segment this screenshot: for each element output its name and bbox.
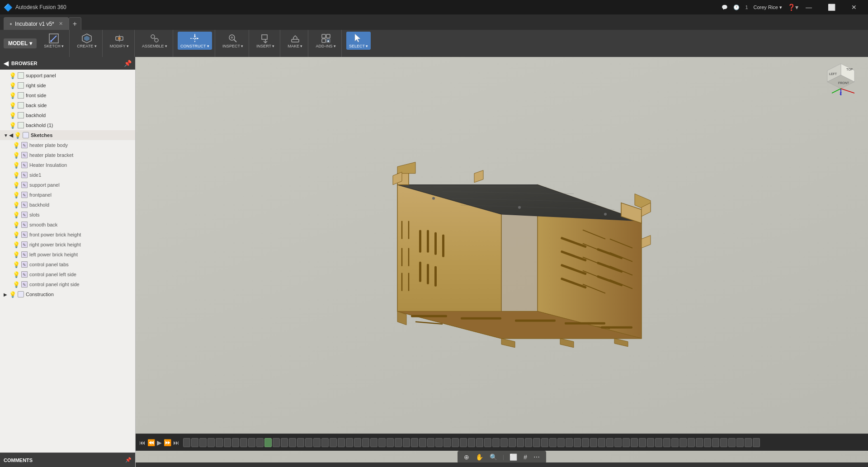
timeline-step[interactable] <box>623 438 630 447</box>
tree-item-right-side[interactable]: 💡 right side <box>0 80 135 90</box>
browser-pin-icon[interactable]: 📌 <box>124 60 132 67</box>
tree-item-side1[interactable]: 💡 ✎ side1 <box>0 170 135 180</box>
timeline-step[interactable] <box>468 438 475 447</box>
insert-button[interactable]: INSERT ▾ <box>254 32 277 50</box>
tree-item-right-power-brick-height[interactable]: 💡 ✎ right power brick height <box>0 240 135 250</box>
construct-button[interactable]: CONSTRUCT ▾ <box>178 32 212 50</box>
timeline-step[interactable] <box>427 438 434 447</box>
tree-item-front-side[interactable]: 💡 front side <box>0 90 135 100</box>
pan-icon[interactable]: ✋ <box>474 453 485 462</box>
timeline-step[interactable] <box>541 438 548 447</box>
timeline-step[interactable] <box>509 438 516 447</box>
timeline-step[interactable] <box>338 438 345 447</box>
timeline-step[interactable] <box>232 438 239 447</box>
tree-item-frontpanel[interactable]: 💡 ✎ frontpanel <box>0 190 135 200</box>
tab-incubator[interactable]: ● Incubator v1 v5* ✕ <box>4 17 69 30</box>
viewport-scrollbar[interactable] <box>136 462 868 467</box>
more-view-icon[interactable]: ⋯ <box>532 453 542 462</box>
timeline-prev-start[interactable]: ⏮ <box>139 439 146 446</box>
timeline-next-end[interactable]: ⏭ <box>173 439 179 446</box>
timeline-step[interactable] <box>297 438 304 447</box>
tree-item-control-panel-left-side[interactable]: 💡 ✎ control panel left side <box>0 269 135 279</box>
display-mode-icon[interactable]: ⬜ <box>508 453 519 462</box>
timeline-step[interactable] <box>411 438 418 447</box>
tree-item-back-side[interactable]: 💡 back side <box>0 100 135 110</box>
help-icon[interactable]: ❓▾ <box>788 4 798 11</box>
timeline-step[interactable] <box>712 438 719 447</box>
modify-button[interactable]: MODIFY ▾ <box>107 32 132 50</box>
navcube[interactable]: TOP LEFT FRONT Z <box>823 61 859 98</box>
timeline-step[interactable] <box>574 438 581 447</box>
timeline-step[interactable] <box>688 438 695 447</box>
timeline-step[interactable] <box>484 438 491 447</box>
timeline-step[interactable] <box>281 438 288 447</box>
timeline-step[interactable] <box>289 438 296 447</box>
timeline-step[interactable] <box>435 438 443 447</box>
timeline-step[interactable] <box>443 438 451 447</box>
model-dropdown[interactable]: MODEL ▾ <box>4 38 37 48</box>
select-button[interactable]: SELECT ▾ <box>346 32 371 50</box>
timeline-step[interactable] <box>704 438 711 447</box>
tree-item-front-power-brick-height[interactable]: 💡 ✎ front power brick height <box>0 230 135 240</box>
addins-button[interactable]: ADD-INS ▾ <box>313 32 339 50</box>
timeline-step[interactable] <box>346 438 353 447</box>
timeline-step[interactable] <box>639 438 646 447</box>
timeline-step[interactable] <box>256 438 264 447</box>
tree-item-control-panel-tabs[interactable]: 💡 ✎ control panel tabs <box>0 259 135 269</box>
timeline-step[interactable] <box>248 438 255 447</box>
timeline-step[interactable] <box>419 438 426 447</box>
timeline-step[interactable] <box>492 438 500 447</box>
orbit-icon[interactable]: ⊕ <box>462 453 471 462</box>
notifications-icon[interactable]: 💬 <box>722 5 728 10</box>
tree-item-left-power-brick-height[interactable]: 💡 ✎ left power brick height <box>0 250 135 259</box>
timeline-step[interactable] <box>378 438 386 447</box>
timeline-step[interactable] <box>557 438 565 447</box>
grid-icon[interactable]: # <box>522 453 529 462</box>
timeline-next[interactable]: ⏩ <box>164 439 171 446</box>
timeline-step[interactable] <box>598 438 605 447</box>
tab-new[interactable]: + <box>69 17 81 30</box>
timeline-step[interactable] <box>273 438 280 447</box>
assemble-button[interactable]: ASSEMBLE ▾ <box>139 32 170 50</box>
timeline-step[interactable] <box>191 438 198 447</box>
timeline-step[interactable] <box>614 438 622 447</box>
timeline-step[interactable] <box>354 438 361 447</box>
timeline-step[interactable] <box>647 438 654 447</box>
tree-item-sketches-folder[interactable]: ▼ ◀ 💡 Sketches <box>0 130 135 140</box>
timeline-step[interactable] <box>370 438 377 447</box>
timeline-step[interactable] <box>590 438 597 447</box>
tree-item-smooth-back[interactable]: 💡 ✎ smooth back <box>0 220 135 230</box>
timeline-step[interactable] <box>736 438 744 447</box>
timeline-step[interactable] <box>403 438 410 447</box>
tree-item-heater-plate-body[interactable]: 💡 ✎ heater plate body <box>0 140 135 150</box>
timeline-step[interactable] <box>679 438 687 447</box>
timeline-step[interactable] <box>183 438 190 447</box>
user-name[interactable]: Corey Rice ▾ <box>754 5 782 10</box>
timeline-step[interactable] <box>696 438 703 447</box>
timeline-step[interactable] <box>199 438 207 447</box>
timeline-step[interactable] <box>208 438 215 447</box>
make-button[interactable]: MAKE ▾ <box>285 32 305 50</box>
tree-item-support-panel-sketch[interactable]: 💡 ✎ support panel <box>0 180 135 190</box>
timeline-step[interactable] <box>387 438 394 447</box>
timeline-step[interactable] <box>525 438 532 447</box>
timeline-step[interactable] <box>476 438 483 447</box>
timeline-step[interactable] <box>362 438 369 447</box>
timeline-step[interactable] <box>313 438 321 447</box>
timeline-step[interactable] <box>460 438 467 447</box>
timeline-step[interactable] <box>395 438 402 447</box>
tree-item-slots[interactable]: 💡 ✎ slots <box>0 210 135 220</box>
timeline-step[interactable] <box>330 438 337 447</box>
timeline-step[interactable] <box>671 438 679 447</box>
timeline-step[interactable] <box>549 438 557 447</box>
timeline-step[interactable] <box>631 438 638 447</box>
timeline-step[interactable] <box>566 438 573 447</box>
tree-item-heater-plate-bracket[interactable]: 💡 ✎ heater plate bracket <box>0 150 135 160</box>
timeline-step[interactable] <box>216 438 223 447</box>
timeline-step[interactable] <box>321 438 329 447</box>
timeline-step[interactable] <box>500 438 508 447</box>
create-button[interactable]: CREATE ▾ <box>74 32 99 50</box>
tree-item-backhold[interactable]: 💡 backhold <box>0 110 135 120</box>
timeline-step[interactable] <box>452 438 459 447</box>
viewport[interactable]: TOP LEFT FRONT Z <box>136 57 868 467</box>
